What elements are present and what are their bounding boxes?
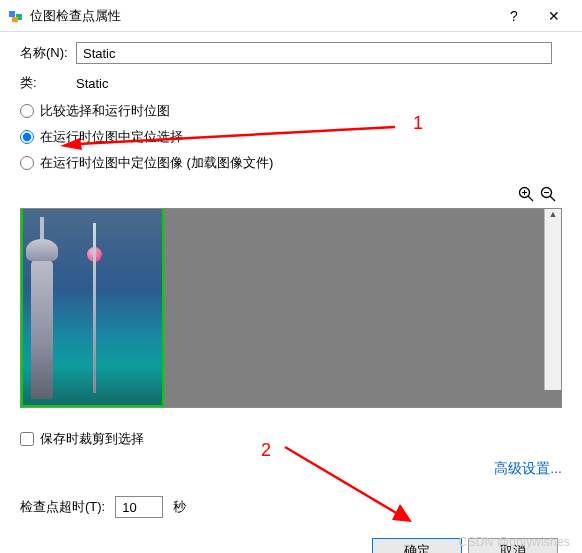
cancel-button[interactable]: 取消 xyxy=(468,538,558,553)
type-row: 类: Static xyxy=(20,74,562,92)
zoom-out-icon[interactable] xyxy=(540,188,556,205)
name-input[interactable] xyxy=(76,42,552,64)
seconds-label: 秒 xyxy=(173,498,186,516)
titlebar: 位图检查点属性 ? ✕ xyxy=(0,0,582,32)
radio-locate-image-input[interactable] xyxy=(20,156,34,170)
dialog-buttons: 确定 取消 xyxy=(20,538,562,553)
help-button[interactable]: ? xyxy=(494,8,534,24)
zoom-controls xyxy=(20,186,562,206)
ok-button[interactable]: 确定 xyxy=(372,538,462,553)
svg-line-8 xyxy=(550,196,555,201)
image-container[interactable] xyxy=(20,208,562,408)
mode-radios: 比较选择和运行时位图 在运行时位图中定位选择 在运行时位图中定位图像 (加载图像… xyxy=(20,102,562,172)
app-icon xyxy=(8,8,24,24)
save-crop-checkbox[interactable] xyxy=(20,432,34,446)
svg-rect-0 xyxy=(9,11,15,17)
type-value: Static xyxy=(76,76,109,91)
radio-locate-selection-label: 在运行时位图中定位选择 xyxy=(40,128,183,146)
radio-compare[interactable]: 比较选择和运行时位图 xyxy=(20,102,562,120)
close-button[interactable]: ✕ xyxy=(534,8,574,24)
radio-locate-image-label: 在运行时位图中定位图像 (加载图像文件) xyxy=(40,154,273,172)
dialog-content: 名称(N): 类: Static 比较选择和运行时位图 在运行时位图中定位选择 … xyxy=(0,32,582,553)
vertical-scrollbar[interactable] xyxy=(544,209,561,390)
name-label: 名称(N): xyxy=(20,44,76,62)
type-label: 类: xyxy=(20,74,76,92)
svg-line-4 xyxy=(528,196,533,201)
timeout-input[interactable] xyxy=(115,496,163,518)
svg-rect-2 xyxy=(12,17,18,22)
timeout-row: 检查点超时(T): 秒 xyxy=(20,496,562,518)
radio-compare-label: 比较选择和运行时位图 xyxy=(40,102,170,120)
radio-locate-selection-input[interactable] xyxy=(20,130,34,144)
radio-locate-image[interactable]: 在运行时位图中定位图像 (加载图像文件) xyxy=(20,154,562,172)
name-row: 名称(N): xyxy=(20,42,562,64)
save-crop-label: 保存时裁剪到选择 xyxy=(40,430,144,448)
advanced-settings-link[interactable]: 高级设置... xyxy=(494,460,562,476)
bitmap-thumbnail[interactable] xyxy=(21,209,164,407)
radio-locate-selection[interactable]: 在运行时位图中定位选择 xyxy=(20,128,562,146)
image-area xyxy=(20,186,562,408)
radio-compare-input[interactable] xyxy=(20,104,34,118)
crop-row: 保存时裁剪到选择 xyxy=(20,430,562,448)
window-title: 位图检查点属性 xyxy=(30,7,494,25)
zoom-in-icon[interactable] xyxy=(518,188,538,205)
advanced-link-row: 高级设置... xyxy=(20,460,562,478)
timeout-label: 检查点超时(T): xyxy=(20,498,105,516)
